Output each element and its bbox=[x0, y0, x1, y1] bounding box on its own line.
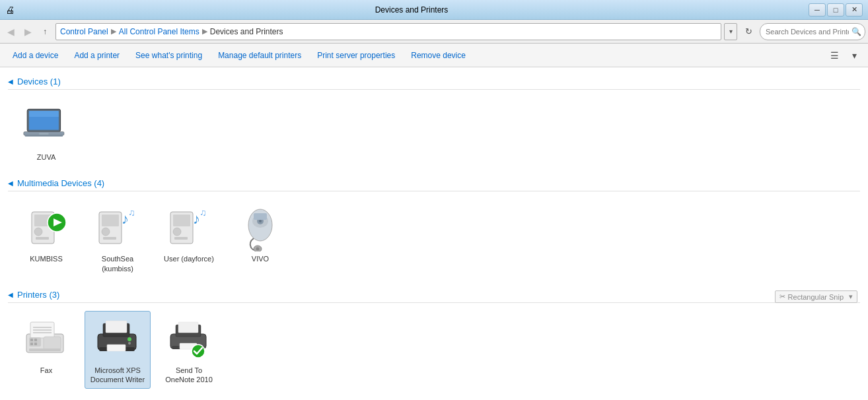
svg-point-27 bbox=[259, 220, 262, 222]
devices-section-header: ◀ Devices (1) bbox=[8, 73, 860, 90]
forward-button[interactable]: ▶ bbox=[20, 24, 36, 40]
zuva-icon bbox=[22, 102, 70, 150]
svg-point-49 bbox=[128, 342, 131, 345]
device-item-vivo[interactable]: VIVO bbox=[227, 199, 293, 278]
southsea-label: SouthSea (kumbiss) bbox=[102, 254, 133, 273]
svg-point-14 bbox=[102, 228, 110, 236]
southsea-icon: ♪ ♫ bbox=[94, 204, 141, 251]
nav-buttons: ◀ ▶ ↑ bbox=[3, 24, 53, 40]
fax-label: Fax bbox=[40, 366, 52, 375]
svg-rect-40 bbox=[34, 343, 37, 345]
close-button[interactable]: ✕ bbox=[846, 3, 863, 17]
svg-rect-47 bbox=[107, 345, 126, 351]
svg-rect-28 bbox=[254, 213, 267, 220]
svg-rect-21 bbox=[174, 237, 188, 240]
dayforce-label: User (dayforce) bbox=[164, 254, 214, 263]
fax-icon bbox=[22, 316, 70, 363]
multimedia-section-title[interactable]: Multimedia Devices (4) bbox=[17, 178, 104, 188]
snip-bar: ✂ Rectangular Snip ▾ bbox=[775, 290, 857, 303]
up-button[interactable]: ↑ bbox=[37, 24, 53, 40]
devices-collapse-arrow[interactable]: ◀ bbox=[8, 78, 13, 85]
breadcrumb-control-panel[interactable]: Control Panel bbox=[60, 27, 108, 36]
vivo-icon bbox=[236, 204, 284, 251]
breadcrumb-bar: Control Panel ▶ All Control Panel Items … bbox=[55, 23, 721, 40]
svg-rect-38 bbox=[34, 339, 37, 341]
device-item-msxps[interactable]: Microsoft XPS Document Writer bbox=[85, 311, 151, 389]
msxps-icon bbox=[94, 316, 141, 363]
svg-rect-39 bbox=[30, 343, 33, 345]
svg-point-48 bbox=[127, 337, 131, 341]
multimedia-grid: KUMBISS ♪ ♫ SouthSea (kumbiss) bbox=[8, 197, 860, 286]
maximize-button[interactable]: □ bbox=[827, 3, 844, 17]
breadcrumb-all-items[interactable]: All Control Panel Items bbox=[119, 27, 199, 36]
address-bar: ◀ ▶ ↑ Control Panel ▶ All Control Panel … bbox=[0, 20, 868, 44]
svg-rect-19 bbox=[173, 215, 190, 226]
svg-rect-13 bbox=[102, 215, 119, 226]
minimize-button[interactable]: ─ bbox=[809, 3, 826, 17]
add-printer-button[interactable]: Add a printer bbox=[67, 46, 127, 65]
svg-point-20 bbox=[173, 228, 181, 236]
svg-rect-15 bbox=[103, 237, 116, 240]
device-item-user-dayforce[interactable]: ♪ ♫ User (dayforce) bbox=[156, 199, 222, 278]
address-dropdown[interactable]: ▾ bbox=[724, 23, 737, 40]
multimedia-collapse-arrow[interactable]: ◀ bbox=[8, 180, 13, 187]
printers-collapse-arrow[interactable]: ◀ bbox=[8, 291, 13, 298]
vivo-label: VIVO bbox=[252, 254, 269, 263]
back-button[interactable]: ◀ bbox=[3, 24, 18, 40]
snip-icon: ✂ bbox=[779, 292, 785, 301]
snip-expand-icon[interactable]: ▾ bbox=[849, 292, 853, 301]
kumbiss-icon bbox=[22, 204, 70, 251]
title-bar-controls: ─ □ ✕ bbox=[809, 3, 863, 17]
devices-grid: ZUVA bbox=[8, 95, 860, 174]
kumbiss-label: KUMBISS bbox=[30, 254, 63, 263]
svg-rect-41 bbox=[44, 337, 61, 350]
toolbar: Add a device Add a printer See what's pr… bbox=[0, 44, 868, 67]
print-server-button[interactable]: Print server properties bbox=[310, 46, 402, 65]
search-wrapper: 🔍 bbox=[760, 23, 865, 40]
devices-section-title[interactable]: Devices (1) bbox=[17, 77, 61, 86]
zuva-label: ZUVA bbox=[37, 152, 56, 162]
printers-section-title[interactable]: Printers (3) bbox=[17, 290, 59, 300]
printers-section-header: ◀ Printers (3) bbox=[8, 286, 860, 303]
see-printing-button[interactable]: See what's printing bbox=[128, 46, 209, 65]
title-bar: 🖨 Devices and Printers ─ □ ✕ bbox=[0, 0, 868, 20]
breadcrumb-current: Devices and Printers bbox=[210, 27, 283, 36]
address-right: ▾ ↻ 🔍 bbox=[724, 23, 865, 40]
snip-label: Rectangular Snip bbox=[788, 293, 844, 301]
svg-rect-42 bbox=[29, 349, 61, 351]
svg-text:♫: ♫ bbox=[199, 207, 207, 218]
svg-rect-4 bbox=[39, 133, 48, 135]
device-item-kumbiss[interactable]: KUMBISS bbox=[13, 199, 79, 278]
manage-default-button[interactable]: Manage default printers bbox=[211, 46, 308, 65]
window-title: Devices and Printers bbox=[15, 5, 809, 15]
onenote-icon bbox=[165, 316, 213, 363]
multimedia-section-header: ◀ Multimedia Devices (4) bbox=[8, 174, 860, 191]
msxps-label: Microsoft XPS Document Writer bbox=[90, 366, 145, 385]
svg-rect-9 bbox=[36, 237, 49, 240]
view-dropdown-button[interactable]: ▾ bbox=[846, 47, 863, 64]
printers-grid: Fax bbox=[8, 308, 860, 397]
svg-rect-5 bbox=[25, 135, 63, 137]
search-input[interactable] bbox=[760, 23, 865, 40]
svg-rect-2 bbox=[29, 111, 59, 117]
view-mode-button[interactable]: ☰ bbox=[826, 47, 843, 64]
toolbar-right: ☰ ▾ bbox=[826, 47, 863, 64]
device-item-fax[interactable]: Fax bbox=[13, 311, 79, 389]
device-item-onenote[interactable]: Send To OneNote 2010 bbox=[156, 311, 222, 389]
svg-rect-52 bbox=[178, 322, 198, 333]
svg-point-30 bbox=[256, 248, 260, 251]
svg-rect-37 bbox=[30, 339, 33, 341]
add-device-button[interactable]: Add a device bbox=[5, 46, 65, 65]
svg-point-8 bbox=[34, 228, 42, 236]
svg-text:♫: ♫ bbox=[128, 207, 135, 218]
dayforce-icon: ♪ ♫ bbox=[165, 204, 213, 251]
remove-device-button[interactable]: Remove device bbox=[404, 46, 473, 65]
refresh-button[interactable]: ↻ bbox=[740, 23, 757, 40]
svg-rect-45 bbox=[106, 321, 127, 333]
main-content: ◀ Devices (1) ZUVA bbox=[0, 67, 868, 400]
device-item-zuva[interactable]: ZUVA bbox=[13, 98, 79, 166]
title-bar-icon: 🖨 bbox=[5, 5, 15, 15]
onenote-label: Send To OneNote 2010 bbox=[165, 366, 213, 385]
device-item-southsea[interactable]: ♪ ♫ SouthSea (kumbiss) bbox=[85, 199, 151, 278]
